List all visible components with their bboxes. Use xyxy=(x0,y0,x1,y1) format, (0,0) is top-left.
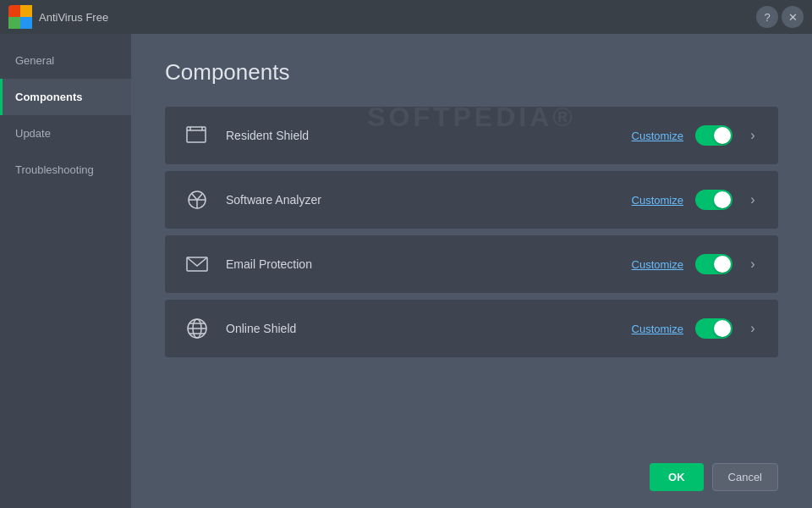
software-analyzer-chevron[interactable]: › xyxy=(744,192,761,207)
email-protection-actions: Customize › xyxy=(632,254,761,274)
online-shield-customize[interactable]: Customize xyxy=(632,323,683,335)
ok-button[interactable]: OK xyxy=(650,463,704,491)
online-shield-icon xyxy=(182,313,212,344)
sidebar: General Components Update Troubleshootin… xyxy=(0,34,131,508)
email-protection-toggle-knob xyxy=(714,256,731,273)
email-protection-toggle[interactable] xyxy=(695,254,732,274)
titlebar: AntiVirus Free ? ✕ xyxy=(0,0,812,34)
app-name: AntiVirus Free xyxy=(39,11,108,24)
content-area: SOFTPEDIA® Components Resident Shield Cu… xyxy=(131,34,812,508)
software-analyzer-customize[interactable]: Customize xyxy=(632,194,683,207)
sidebar-item-general[interactable]: General xyxy=(0,42,131,79)
resident-shield-chevron[interactable]: › xyxy=(744,128,761,143)
online-shield-toggle[interactable] xyxy=(695,318,732,339)
resident-shield-toggle-knob xyxy=(714,127,731,144)
sidebar-item-update[interactable]: Update xyxy=(0,115,131,152)
software-analyzer-toggle-knob xyxy=(714,191,731,208)
email-protection-icon xyxy=(182,249,212,279)
resident-shield-toggle[interactable] xyxy=(695,125,732,146)
page-title: Components xyxy=(165,59,778,86)
footer: OK Cancel xyxy=(165,450,778,491)
component-row-software-analyzer: Software Analyzer Customize › xyxy=(165,171,778,229)
software-analyzer-icon xyxy=(182,185,212,215)
resident-shield-label: Resident Shield xyxy=(226,129,618,142)
resident-shield-icon xyxy=(182,120,212,151)
email-protection-label: Email Protection xyxy=(226,257,618,271)
online-shield-actions: Customize › xyxy=(632,318,761,339)
component-row-resident-shield: Resident Shield Customize › xyxy=(165,107,778,164)
close-button[interactable]: ✕ xyxy=(782,6,804,28)
main-layout: General Components Update Troubleshootin… xyxy=(0,34,812,508)
online-shield-label: Online Shield xyxy=(226,322,618,335)
component-row-online-shield: Online Shield Customize › xyxy=(165,300,778,357)
email-protection-customize[interactable]: Customize xyxy=(632,258,683,271)
online-shield-toggle-knob xyxy=(714,320,731,337)
software-analyzer-actions: Customize › xyxy=(632,190,761,210)
cancel-button[interactable]: Cancel xyxy=(712,463,778,491)
software-analyzer-toggle[interactable] xyxy=(695,190,732,210)
svg-rect-3 xyxy=(20,17,32,29)
svg-rect-2 xyxy=(8,17,20,29)
resident-shield-actions: Customize › xyxy=(632,125,761,146)
software-analyzer-label: Software Analyzer xyxy=(226,193,618,207)
svg-rect-1 xyxy=(20,5,32,17)
app-logo: AntiVirus Free xyxy=(8,5,108,29)
sidebar-item-troubleshooting[interactable]: Troubleshooting xyxy=(0,152,131,188)
help-button[interactable]: ? xyxy=(756,6,778,28)
online-shield-chevron[interactable]: › xyxy=(744,321,761,336)
component-row-email-protection: Email Protection Customize › xyxy=(165,235,778,293)
window-controls: ? ✕ xyxy=(756,6,804,28)
components-list: Resident Shield Customize › xyxy=(165,107,778,357)
sidebar-item-components[interactable]: Components xyxy=(0,79,131,115)
resident-shield-customize[interactable]: Customize xyxy=(632,130,683,142)
email-protection-chevron[interactable]: › xyxy=(744,257,761,272)
